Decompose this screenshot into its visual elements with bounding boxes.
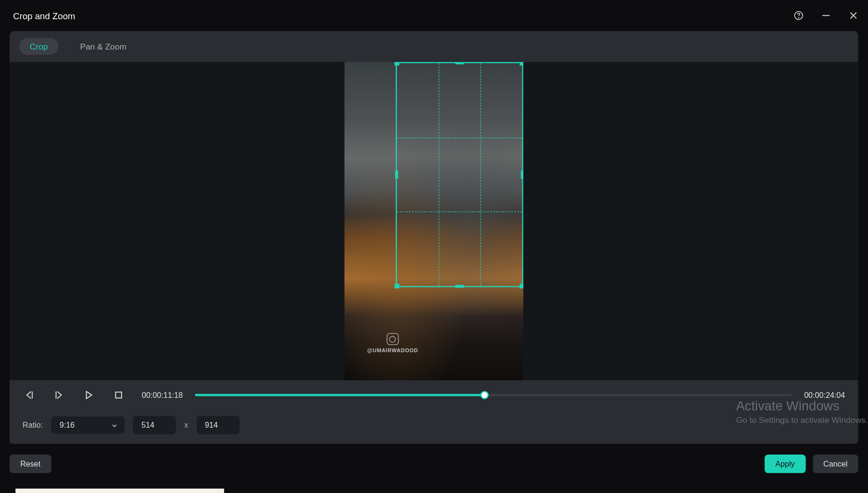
tab-bar: Crop Pan & Zoom [10,31,858,62]
close-icon[interactable] [847,10,859,22]
crop-grid-line [480,63,481,286]
window-title: Crop and Zoom [13,11,75,21]
ratio-dropdown[interactable]: 9:16 [51,417,125,434]
instagram-icon [387,333,399,345]
playback-controls [23,388,125,401]
bottom-right-buttons: Apply Cancel [765,455,858,473]
crop-handle-bm[interactable] [455,285,463,288]
duration-timecode: 00:00:24:04 [804,391,845,400]
next-frame-icon[interactable] [52,388,65,401]
crop-handle-bl[interactable] [395,283,399,288]
ratio-value: 9:16 [60,420,74,430]
current-timecode: 00:00:11:18 [142,391,183,400]
watermark: @UMAIRWADOOD [367,333,418,353]
help-icon[interactable] [793,10,805,22]
width-input[interactable] [133,416,176,434]
apply-button[interactable]: Apply [765,455,806,473]
play-icon[interactable] [82,388,95,401]
preview-area: @UMAIRWADOOD [10,62,858,380]
settings-bar: Ratio: 9:16 x [10,410,858,444]
preview-image[interactable]: @UMAIRWADOOD [345,62,523,380]
stop-icon[interactable] [112,388,125,401]
svg-point-1 [798,17,799,18]
reset-button[interactable]: Reset [10,455,51,473]
playback-bar: 00:00:11:18 00:00:24:04 [10,380,858,410]
crop-handle-tm[interactable] [455,62,463,64]
watermark-text: @UMAIRWADOOD [367,347,418,353]
timeline-track[interactable] [195,394,792,396]
tab-crop[interactable]: Crop [19,38,59,55]
dimension-separator: x [185,420,188,430]
crop-handle-br[interactable] [520,283,523,288]
crop-grid-line [439,63,439,286]
timeline-thumb[interactable] [480,391,488,399]
modal-body: Crop Pan & Zoom @UMAIRWADOOD [10,31,858,444]
ratio-label: Ratio: [23,420,43,430]
crop-handle-lm[interactable] [395,171,398,179]
bottom-strip [15,489,224,493]
crop-handle-tl[interactable] [395,62,399,65]
minimize-icon[interactable] [820,10,832,22]
crop-grid-line [397,212,522,212]
crop-box[interactable] [396,62,523,287]
chevron-down-icon [111,421,119,429]
cancel-button[interactable]: Cancel [813,455,858,473]
titlebar: Crop and Zoom [0,0,868,31]
height-input[interactable] [197,416,239,434]
prev-frame-icon[interactable] [23,388,36,401]
tab-panzoom[interactable]: Pan & Zoom [69,38,137,55]
crop-handle-tr[interactable] [520,62,523,65]
titlebar-controls [793,10,859,22]
svg-rect-7 [116,392,122,398]
crop-grid-line [397,137,522,138]
timeline-progress [195,394,484,396]
bottom-bar: Reset Apply Cancel [0,444,868,479]
crop-handle-rm[interactable] [521,171,523,179]
